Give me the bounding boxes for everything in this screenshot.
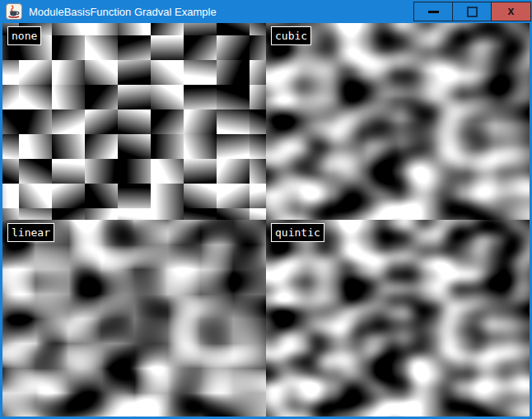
quadrant-none: none <box>2 23 266 220</box>
window-title: ModuleBasisFunction Gradval Example <box>29 6 414 18</box>
noise-canvas-cubic <box>266 23 530 220</box>
application-window: ModuleBasisFunction Gradval Example x no… <box>0 0 532 419</box>
titlebar[interactable]: ModuleBasisFunction Gradval Example x <box>0 0 532 23</box>
noise-canvas-quintic <box>266 220 530 417</box>
close-button[interactable]: x <box>491 2 531 21</box>
minimize-icon <box>428 11 439 13</box>
quadrant-label-quintic: quintic <box>271 223 324 242</box>
noise-canvas-none <box>2 23 266 220</box>
quadrant-cubic: cubic <box>266 23 530 220</box>
maximize-button[interactable] <box>452 2 492 21</box>
quadrant-label-cubic: cubic <box>271 26 311 45</box>
quadrant-label-none: none <box>7 26 41 45</box>
close-icon: x <box>508 5 515 16</box>
quadrant-label-linear: linear <box>7 223 54 242</box>
java-coffee-cup-icon[interactable] <box>6 3 22 20</box>
maximize-icon <box>467 7 478 17</box>
window-controls: x <box>414 0 532 23</box>
quadrant-linear: linear <box>2 220 266 417</box>
noise-grid: none cubic linear quintic <box>2 23 530 417</box>
noise-canvas-linear <box>2 220 266 417</box>
minimize-button[interactable] <box>413 2 453 21</box>
quadrant-quintic: quintic <box>266 220 530 417</box>
